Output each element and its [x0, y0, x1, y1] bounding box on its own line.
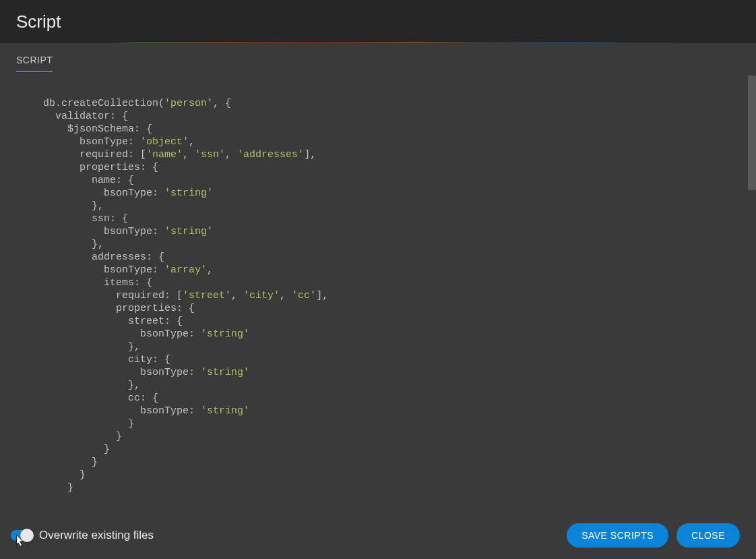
code-string-literal: 'cc' [292, 290, 316, 301]
dialog-title: Script [16, 11, 61, 32]
content-area: db.createCollection('person', { validato… [0, 76, 756, 512]
overwrite-toggle-container: Overwrite existing files [11, 529, 154, 542]
vertical-scrollbar[interactable] [748, 76, 756, 190]
overwrite-toggle-label: Overwrite existing files [39, 529, 154, 542]
code-string-literal: 'name' [146, 149, 183, 160]
code-string-literal: 'ssn' [195, 149, 225, 160]
save-scripts-button[interactable]: SAVE SCRIPTS [567, 523, 668, 548]
code-string-literal: 'string' [164, 226, 213, 237]
code-string-literal: 'city' [243, 290, 280, 301]
code-string-literal: 'street' [183, 290, 231, 301]
header-accent-line [0, 42, 756, 43]
code-string-literal: 'string' [164, 187, 213, 199]
code-string-literal: 'addresses' [237, 149, 304, 160]
close-button[interactable]: CLOSE [676, 523, 740, 548]
code-string-literal: 'string' [201, 328, 249, 340]
code-string-literal: 'person' [164, 98, 213, 109]
tabs-bar: SCRIPT [0, 43, 756, 72]
code-string-literal: 'string' [201, 405, 249, 417]
toggle-knob [20, 529, 34, 542]
code-string-literal: 'string' [201, 367, 249, 378]
code-string-literal: 'object' [140, 136, 189, 148]
dialog-footer: Overwrite existing files SAVE SCRIPTS CL… [0, 512, 756, 559]
tab-script[interactable]: SCRIPT [16, 55, 53, 72]
code-scroll-area[interactable]: db.createCollection('person', { validato… [0, 76, 756, 512]
code-string-literal: 'array' [164, 264, 207, 276]
dialog-header: Script [0, 0, 756, 43]
code-block: db.createCollection('person', { validato… [43, 97, 724, 494]
overwrite-toggle[interactable] [11, 530, 32, 541]
